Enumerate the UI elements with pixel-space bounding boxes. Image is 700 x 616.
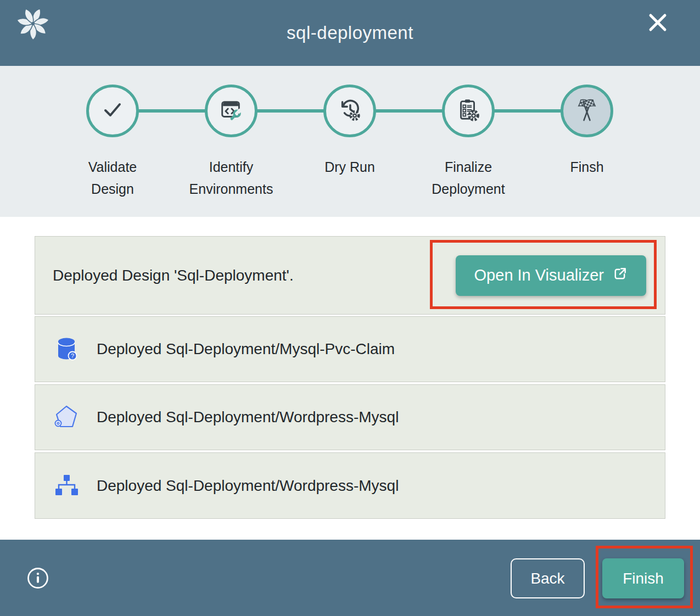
info-icon[interactable] <box>26 567 49 590</box>
meshery-swirl-logo-icon <box>15 6 51 41</box>
step-circle-finish <box>561 85 613 137</box>
database-icon: ? <box>53 335 80 363</box>
modal-footer: Back Finish <box>0 540 700 616</box>
modal-title: sql-deployment <box>287 23 413 43</box>
step-circle-dry-run <box>323 85 376 137</box>
wizard-stepper: Validate Design Ide <box>0 66 700 217</box>
deployed-item-row: ? Deployed Sql-Deployment/Mysql-Pvc-Clai… <box>35 316 665 382</box>
step-label: Identify Environments <box>184 156 278 200</box>
clipboard-gear-icon <box>456 97 481 125</box>
step-circle-validate-design <box>86 85 139 137</box>
deployed-item-text: Deployed Sql-Deployment/Mysql-Pvc-Claim <box>97 340 395 358</box>
step-label: Finsh <box>540 156 634 178</box>
step-finalize-deployment: Finalize Deployment <box>422 85 515 200</box>
code-tools-icon <box>219 97 244 125</box>
step-label: Finalize Deployment <box>422 156 515 200</box>
deployed-item-row: Deployed Sql-Deployment/Wordpress-Mysql <box>35 452 665 519</box>
topology-icon <box>53 472 80 500</box>
deployed-item-text: Deployed Sql-Deployment/Wordpress-Mysql <box>97 477 399 495</box>
step-finish: Finsh <box>540 85 634 178</box>
open-in-visualizer-label: Open In Visualizer <box>474 266 604 284</box>
dry-run-history-gear-icon <box>337 97 362 125</box>
svg-text:?: ? <box>71 352 74 359</box>
deployment-wizard-modal: sql-deployment Validate Design <box>0 0 700 616</box>
finish-button[interactable]: Finish <box>602 558 684 598</box>
step-dry-run: Dry Run <box>303 85 396 178</box>
open-in-visualizer-button[interactable]: Open In Visualizer <box>456 255 646 296</box>
finish-flags-icon <box>574 97 600 125</box>
step-label: Dry Run <box>303 156 396 178</box>
deployed-item-row: Deployed Sql-Deployment/Wordpress-Mysql <box>35 384 665 450</box>
open-in-new-icon <box>613 266 628 285</box>
check-icon <box>99 97 126 125</box>
step-circle-finalize-deployment <box>442 85 495 137</box>
deployed-item-text: Deployed Sql-Deployment/Wordpress-Mysql <box>97 408 399 426</box>
close-icon[interactable] <box>646 11 669 34</box>
step-validate-design: Validate Design <box>66 85 159 200</box>
deployment-summary-text: Deployed Design 'Sql-Deployment'. <box>53 267 294 284</box>
step-circle-identify-environments <box>205 85 257 137</box>
step-label: Validate Design <box>66 156 159 200</box>
step-identify-environments: Identify Environments <box>184 85 278 200</box>
pod-pentagon-icon <box>53 404 80 431</box>
modal-header: sql-deployment <box>0 0 700 66</box>
back-button[interactable]: Back <box>511 558 585 598</box>
deployment-summary-row: Deployed Design 'Sql-Deployment'. Open I… <box>35 236 665 315</box>
